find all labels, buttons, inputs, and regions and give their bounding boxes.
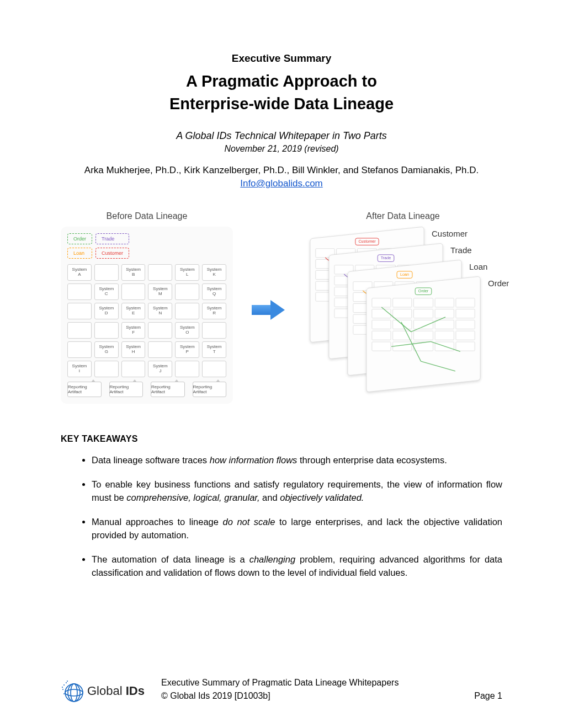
system-cell [67,303,92,319]
system-cell: SystemM [148,283,172,300]
footer-copyright: © Global Ids 2019 [D1003b] [161,689,270,703]
system-cell: SystemO [175,322,199,339]
section-heading: KEY TAKEAWAYS [61,434,502,444]
layer-label: Trade [450,245,472,255]
svg-point-27 [71,684,77,702]
system-cell: SystemF [121,322,146,339]
figure-after: After Data Lineage CustomerCustomerTrade… [304,211,502,409]
reporting-row: Reporting Artifact Reporting Artifact Re… [67,382,226,397]
email-link[interactable]: Info@globalids.com [240,178,323,189]
system-cell [94,322,119,339]
logo-text: Global IDs [87,684,145,698]
layer-chip: Customer [355,238,379,246]
system-cell: SystemJ [148,361,172,377]
document-label: Executive Summary [61,52,502,65]
contact-email: Info@globalids.com [61,178,502,189]
system-cell [67,283,92,300]
document-title: A Pragmatic Approach to Enterprise-wide … [61,70,502,115]
title-line-1: A Pragmatic Approach to [186,72,377,90]
layer-label: Order [488,279,509,288]
system-cell [67,341,92,358]
system-cell: SystemP [175,341,199,358]
system-cell [67,322,92,339]
system-cell: SystemK [202,264,226,281]
layer-chip: Order [415,288,432,296]
takeaway-item: The automation of data lineage is a chal… [92,553,502,580]
system-cell: SystemR [202,303,226,319]
svg-point-30 [66,682,67,683]
document-authors: Arka Mukherjee, Ph.D., Kirk Kanzelberger… [61,165,502,176]
svg-point-31 [62,689,63,690]
after-caption: After Data Lineage [366,211,439,221]
takeaway-item: Data lineage software traces how informa… [92,454,502,467]
system-cell: SystemT [202,341,226,358]
reporting-artifact: Reporting Artifact [193,382,227,397]
layer-label: Loan [469,262,487,271]
page-number: Page 1 [474,689,502,703]
footer-text: Executive Summary of Pragmatic Data Line… [161,676,502,703]
reporting-artifact: Reporting Artifact [67,382,102,397]
layer-chip: Trade [377,255,394,263]
after-panel-stack: CustomerCustomerTradeTradeLoanLoanOrderO… [304,227,502,409]
system-cell: SystemG [94,341,119,358]
lineage-layer: Order [367,276,481,393]
takeaways-list: Data lineage software traces how informa… [61,454,502,579]
title-line-2: Enterprise-wide Data Lineage [169,95,394,113]
system-cell [94,361,119,377]
system-cell [175,303,199,319]
system-cell: SystemC [94,283,119,300]
page: Executive Summary A Pragmatic Approach t… [0,0,563,728]
layer-label: Customer [432,229,468,238]
footer: Global IDs Executive Summary of Pragmati… [61,676,502,703]
system-cell: SystemH [121,341,146,358]
system-cell: SystemN [148,303,172,319]
document-date: November 21, 2019 (revised) [61,144,502,154]
system-cell: SystemL [175,264,199,281]
system-cell: SystemD [94,303,119,319]
globe-icon [61,679,84,703]
system-cell: SystemI [67,361,92,377]
system-cell [202,322,226,339]
chip-trade: Trade [95,233,129,244]
system-cell [175,283,199,300]
system-cell: SystemB [121,264,146,281]
system-cell: SystemQ [202,283,226,300]
logo-text-global: Global [87,684,123,698]
footer-line-1: Executive Summary of Pragmatic Data Line… [161,676,502,689]
takeaway-item: Manual approaches to lineage do not scal… [92,516,502,542]
svg-point-29 [63,684,65,686]
reporting-artifact: Reporting Artifact [109,382,144,397]
system-cell [94,264,119,281]
system-cell [148,264,172,281]
system-grid: SystemASystemBSystemLSystemKSystemCSyste… [67,264,226,377]
logo-text-ids: IDs [126,684,145,698]
document-subtitle: A Global IDs Technical Whitepaper in Two… [61,130,502,142]
takeaway-item: To enable key business functions and sat… [92,478,502,505]
before-caption: Before Data Lineage [107,211,188,221]
chip-order: Order [67,233,92,244]
logo: Global IDs [61,679,145,703]
arrow-icon [252,300,285,320]
svg-line-21 [421,361,455,371]
reporting-artifact: Reporting Artifact [151,382,185,397]
svg-point-33 [67,681,68,682]
figure: Before Data Lineage Order Loan Trade Cus… [61,211,502,409]
chip-customer: Customer [95,248,129,259]
chip-loan: Loan [67,248,92,259]
title-block: Executive Summary A Pragmatic Approach t… [61,52,502,189]
system-cell [121,361,146,377]
svg-point-32 [63,693,65,694]
system-cell [202,361,226,377]
system-cell [175,361,199,377]
svg-point-28 [68,684,80,702]
figure-before: Before Data Lineage Order Loan Trade Cus… [61,211,233,404]
system-cell [121,283,146,300]
layer-chip: Loan [397,271,413,279]
system-cell: SystemA [67,264,92,281]
svg-point-34 [62,687,63,688]
system-cell: SystemE [121,303,146,319]
system-cell [148,341,172,358]
before-panel: Order Loan Trade Customer SystemASystemB… [61,227,233,404]
system-cell [148,322,172,339]
